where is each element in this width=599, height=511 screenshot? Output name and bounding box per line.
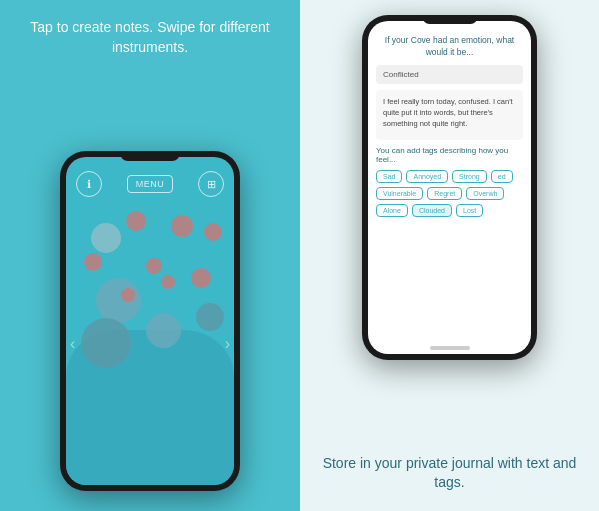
bubble bbox=[96, 278, 141, 323]
phone-notch-right bbox=[422, 15, 477, 24]
phone-right: If your Cove had an emotion, what would … bbox=[362, 15, 537, 360]
phone-left-screen: ℹ MENU ⊞ ‹ › bbox=[66, 157, 234, 485]
info-icon[interactable]: ℹ bbox=[76, 171, 102, 197]
prompt-text: If your Cove had an emotion, what would … bbox=[376, 35, 523, 59]
right-caption: Store in your private journal with text … bbox=[308, 454, 591, 493]
bubble bbox=[204, 223, 222, 241]
tag-regret[interactable]: Regret bbox=[427, 187, 462, 200]
bubble bbox=[171, 215, 193, 237]
phone-left: ℹ MENU ⊞ ‹ › bbox=[60, 151, 240, 491]
tag-overwh[interactable]: Overwh bbox=[466, 187, 504, 200]
tag-alone[interactable]: Alone bbox=[376, 204, 408, 217]
tag-vulnerable[interactable]: Vulnerable bbox=[376, 187, 423, 200]
phone-notch-left bbox=[120, 151, 180, 161]
phone-right-content: If your Cove had an emotion, what would … bbox=[368, 21, 531, 342]
bubble bbox=[146, 313, 181, 348]
tags-container: SadAnnoyedStrongedVulnerableRegretOverwh… bbox=[376, 170, 523, 217]
sliders-icon[interactable]: ⊞ bbox=[198, 171, 224, 197]
arrow-left-icon[interactable]: ‹ bbox=[70, 335, 75, 353]
left-panel: Tap to create notes. Swipe for different… bbox=[0, 0, 300, 511]
emotion-input[interactable]: Conflicted bbox=[376, 65, 523, 84]
journal-textarea[interactable]: I feel really torn today, confused. I ca… bbox=[376, 90, 523, 140]
phone-right-screen: If your Cove had an emotion, what would … bbox=[368, 21, 531, 354]
right-panel: If your Cove had an emotion, what would … bbox=[300, 0, 599, 511]
tag-ed[interactable]: ed bbox=[491, 170, 513, 183]
left-caption: Tap to create notes. Swipe for different… bbox=[10, 18, 290, 57]
tag-lost[interactable]: Lost bbox=[456, 204, 483, 217]
menu-button[interactable]: MENU bbox=[127, 175, 174, 193]
bubble bbox=[196, 303, 224, 331]
bubble bbox=[81, 318, 131, 368]
home-indicator bbox=[430, 346, 470, 350]
tag-sad[interactable]: Sad bbox=[376, 170, 402, 183]
bubble bbox=[126, 211, 146, 231]
bubble bbox=[161, 275, 175, 289]
game-area[interactable]: ‹ › bbox=[66, 203, 234, 485]
bubble bbox=[191, 268, 211, 288]
bubble bbox=[121, 288, 135, 302]
bubble bbox=[84, 253, 102, 271]
topbar-left: ℹ MENU ⊞ bbox=[66, 157, 234, 203]
bubble bbox=[91, 223, 121, 253]
tag-strong[interactable]: Strong bbox=[452, 170, 487, 183]
tag-annoyed[interactable]: Annoyed bbox=[406, 170, 448, 183]
tags-label: You can add tags describing how you feel… bbox=[376, 146, 523, 164]
arrow-right-icon[interactable]: › bbox=[225, 335, 230, 353]
tag-clouded[interactable]: Clouded bbox=[412, 204, 452, 217]
bubble bbox=[146, 258, 162, 274]
